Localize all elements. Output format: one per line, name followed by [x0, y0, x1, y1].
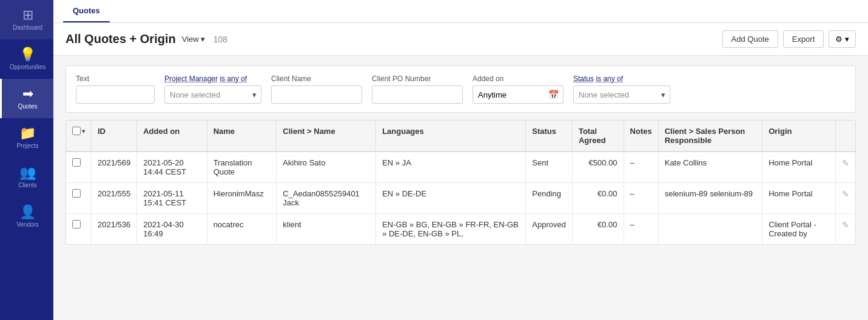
clients-icon: 👥 [19, 166, 36, 179]
page-title: All Quotes + Origin [66, 32, 176, 46]
record-count: 108 [214, 35, 227, 44]
settings-button[interactable]: ⚙ ▾ [829, 30, 856, 48]
row-client-name-1: C_Aedan0855259401 Jack [277, 183, 376, 214]
filter-input-client-po[interactable] [372, 85, 463, 104]
col-header-client-name: Client > Name [277, 121, 376, 152]
row-checkbox-2[interactable] [72, 220, 81, 228]
row-client-sales-1: selenium-89 selenium-89 [658, 183, 762, 214]
row-origin-0: Home Portal [762, 152, 836, 183]
filter-label-project-manager: Project Manager is any of [164, 75, 261, 83]
filter-label-text: Text [76, 75, 155, 83]
row-origin-2: Client Portal - Created by [762, 214, 836, 245]
projects-icon: 📁 [19, 127, 36, 140]
sidebar: ⊞ Dashboard 💡 Opportunities ➡ Quotes 📁 P… [0, 0, 53, 320]
sidebar-item-vendors[interactable]: 👤 Vendors [0, 197, 53, 236]
row-client-sales-0: Kate Collins [658, 152, 762, 183]
row-languages-1: EN » DE-DE [376, 183, 526, 214]
col-header-client-sales: Client > Sales Person Responsible [658, 121, 762, 152]
page-header: All Quotes + Origin View ▾ 108 Add Quote… [53, 23, 868, 56]
row-status-1: Pending [526, 183, 573, 214]
add-quote-button[interactable]: Add Quote [722, 30, 778, 48]
filter-group-client-name: Client Name [271, 75, 362, 104]
row-notes-1: – [624, 183, 658, 214]
edit-icon-0[interactable]: ✎ [842, 158, 849, 168]
quotes-icon: ➡ [22, 87, 33, 101]
table-row: 2021/536 2021-04-30 16:49 nocatrec klien… [66, 214, 855, 245]
col-header-added-on: Added on [137, 121, 207, 152]
select-all-checkbox[interactable] [72, 127, 81, 135]
row-edit-2: ✎ [835, 214, 855, 245]
edit-icon-1[interactable]: ✎ [842, 189, 849, 199]
filter-select-project-manager[interactable]: None selected [164, 85, 261, 104]
row-client-sales-2 [658, 214, 762, 245]
row-id-0: 2021/569 [92, 152, 137, 183]
table-header-row: ▾ ID Added on Name Client > Name Languag… [66, 121, 855, 152]
row-total-agreed-2: €0.00 [572, 214, 624, 245]
col-header-checkbox: ▾ [66, 121, 92, 152]
filter-status-wrapper: None selected ▾ [573, 85, 670, 104]
filter-project-manager-wrapper: None selected ▾ [164, 85, 261, 104]
header-actions: Add Quote Export ⚙ ▾ [722, 30, 856, 48]
filter-input-text[interactable] [76, 85, 155, 104]
chevron-down-icon: ▾ [201, 35, 205, 44]
row-languages-2: EN-GB » BG, EN-GB » FR-FR, EN-GB » DE-DE… [376, 214, 526, 245]
col-header-origin: Origin [762, 121, 836, 152]
edit-icon-2[interactable]: ✎ [842, 220, 849, 230]
filter-label-client-po: Client PO Number [372, 75, 463, 83]
table-row: 2021/569 2021-05-20 14:44 CEST Translati… [66, 152, 855, 183]
row-name-2: nocatrec [207, 214, 277, 245]
sidebar-item-opportunities[interactable]: 💡 Opportunities [0, 39, 53, 79]
sidebar-item-quotes[interactable]: ➡ Quotes [0, 79, 53, 118]
row-languages-0: EN » JA [376, 152, 526, 183]
row-client-name-0: Akihiro Sato [277, 152, 376, 183]
sidebar-item-dashboard[interactable]: ⊞ Dashboard [0, 0, 53, 39]
content-area: Text Project Manager is any of None sele… [53, 56, 868, 320]
filter-bar: Text Project Manager is any of None sele… [66, 65, 856, 113]
filter-select-status[interactable]: None selected [573, 85, 670, 104]
row-notes-2: – [624, 214, 658, 245]
row-checkbox-cell-2 [66, 214, 92, 245]
col-header-id: ID [92, 121, 137, 152]
chevron-down-icon-gear: ▾ [845, 35, 849, 44]
row-id-1: 2021/555 [92, 183, 137, 214]
filter-input-added-on[interactable] [473, 85, 564, 104]
tabs-bar: Quotes [53, 0, 868, 23]
row-checkbox-1[interactable] [72, 189, 81, 198]
row-id-2: 2021/536 [92, 214, 137, 245]
gear-icon: ⚙ [835, 35, 843, 44]
vendors-icon: 👤 [19, 205, 36, 219]
view-button[interactable]: View ▾ [182, 35, 205, 44]
row-name-1: HieronimMasz [207, 183, 277, 214]
tab-quotes[interactable]: Quotes [63, 0, 110, 22]
row-total-agreed-0: €500.00 [572, 152, 624, 183]
filter-input-client-name[interactable] [271, 85, 362, 104]
opportunities-icon: 💡 [19, 48, 36, 61]
main-content: Quotes All Quotes + Origin View ▾ 108 Ad… [53, 0, 868, 320]
filter-group-project-manager: Project Manager is any of None selected … [164, 75, 261, 104]
row-origin-1: Home Portal [762, 183, 836, 214]
filter-group-client-po: Client PO Number [372, 75, 463, 104]
row-checkbox-0[interactable] [72, 158, 81, 167]
row-checkbox-cell-0 [66, 152, 92, 183]
filter-group-status: Status is any of None selected ▾ [573, 75, 670, 104]
export-button[interactable]: Export [783, 30, 824, 48]
row-edit-0: ✎ [835, 152, 855, 183]
quotes-table: ▾ ID Added on Name Client > Name Languag… [66, 120, 856, 245]
dashboard-icon: ⊞ [22, 8, 33, 22]
table-row: 2021/555 2021-05-11 15:41 CEST HieronimM… [66, 183, 855, 214]
row-status-0: Sent [526, 152, 573, 183]
row-added-on-1: 2021-05-11 15:41 CEST [137, 183, 207, 214]
col-header-status: Status [526, 121, 573, 152]
sidebar-item-projects[interactable]: 📁 Projects [0, 118, 53, 158]
filter-group-added-on: Added on 📅 [473, 75, 564, 104]
filter-group-text: Text [76, 75, 155, 104]
col-header-languages: Languages [376, 121, 526, 152]
row-checkbox-cell-1 [66, 183, 92, 214]
col-header-notes: Notes [624, 121, 658, 152]
sidebar-item-clients[interactable]: 👥 Clients [0, 158, 53, 197]
filter-label-client-name: Client Name [271, 75, 362, 83]
filter-date-wrapper: 📅 [473, 85, 564, 104]
col-header-total-agreed: Total Agreed [572, 121, 624, 152]
chevron-down-icon-select[interactable]: ▾ [82, 128, 85, 135]
row-name-0: Translation Quote [207, 152, 277, 183]
